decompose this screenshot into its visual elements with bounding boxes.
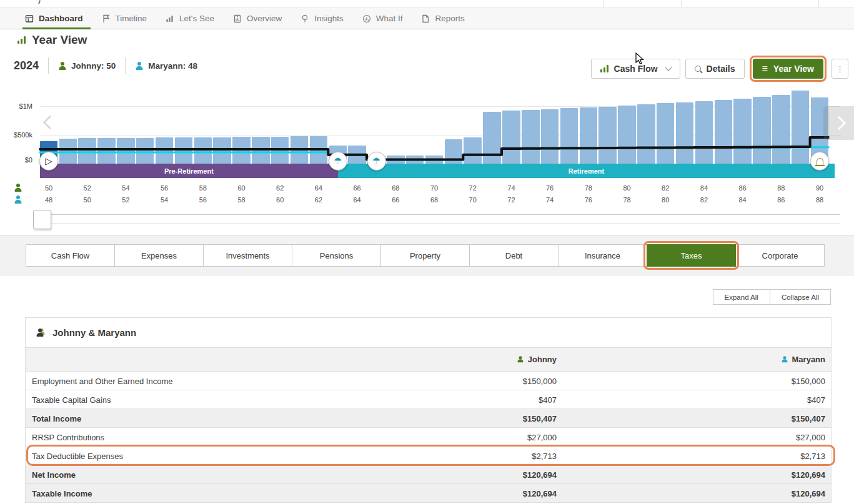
section-tab-insurance[interactable]: Insurance <box>558 244 647 267</box>
maryann-value: $150,407 <box>26 413 825 423</box>
page-title-row: Year View <box>0 29 854 50</box>
chart-bar[interactable] <box>695 101 713 164</box>
chart-bar[interactable] <box>271 137 289 164</box>
slider-track[interactable] <box>51 214 840 224</box>
chart-bar[interactable] <box>156 137 174 164</box>
chart-bar[interactable] <box>657 103 675 164</box>
age-label: 74 <box>546 196 554 204</box>
nav-tab-let-s-see[interactable]: Let's See <box>166 8 214 29</box>
section-tab-label: Taxes <box>681 251 702 260</box>
cash-flow-dropdown-button[interactable]: Cash Flow <box>591 59 680 79</box>
chart-bar[interactable] <box>387 156 405 164</box>
chart-bar[interactable] <box>232 137 251 164</box>
play-marker[interactable] <box>39 152 58 170</box>
chart-bar[interactable] <box>406 156 424 164</box>
chart-bar[interactable] <box>637 104 655 164</box>
chart-bar[interactable] <box>733 99 752 164</box>
table-row-net-income[interactable]: Net Income $120,694 $120,694 <box>26 465 831 484</box>
chart-bar[interactable] <box>97 138 116 164</box>
section-tab-expenses[interactable]: Expenses <box>114 244 204 267</box>
nav-tab-timeline[interactable]: Timeline <box>102 8 147 29</box>
section-tab-corporate[interactable]: Corporate <box>735 244 825 267</box>
y-axis-tick-label: $1M <box>0 102 32 110</box>
table-row-taxable-capital-gains[interactable]: Taxable Capital Gains $407 $407 <box>26 390 831 409</box>
age-label: 74 <box>507 184 515 192</box>
chart-bar[interactable] <box>580 107 598 164</box>
chart-bar[interactable] <box>78 138 96 164</box>
chart-bar[interactable] <box>194 137 212 164</box>
chart-bar[interactable] <box>59 139 77 164</box>
age-label: 76 <box>546 184 554 192</box>
chart-bar[interactable] <box>522 110 540 164</box>
section-tab-label: Corporate <box>762 251 798 260</box>
age-label: 72 <box>507 196 515 204</box>
chart-bar[interactable] <box>772 95 790 164</box>
section-tab-property[interactable]: Property <box>380 244 470 267</box>
chart-bar[interactable] <box>348 146 366 164</box>
section-tab-label: Property <box>410 251 440 260</box>
table-column-headers: Johnny Maryann <box>26 348 831 372</box>
chart-bar[interactable] <box>425 156 444 164</box>
tombstone-marker[interactable] <box>810 152 829 170</box>
chart-bar[interactable] <box>541 109 559 164</box>
chart-bar[interactable] <box>136 138 154 164</box>
nav-tab-overview[interactable]: Overview <box>233 8 282 29</box>
section-tab-cash-flow[interactable]: Cash Flow <box>26 244 115 267</box>
table-row-rrsp-contributions[interactable]: RRSP Contributions $27,000 $27,000 <box>26 428 831 447</box>
table-row-total-income[interactable]: Total Income $150,407 $150,407 <box>26 409 831 428</box>
chart-bar[interactable] <box>290 136 309 164</box>
chart-bar[interactable] <box>792 91 810 164</box>
age-label: 80 <box>662 196 669 204</box>
person-icon <box>14 195 22 204</box>
main-nav: DashboardTimelineLet's SeeOverviewInsigh… <box>0 7 854 29</box>
chart-bar[interactable] <box>676 102 694 164</box>
chart-bar[interactable] <box>715 100 733 164</box>
nav-tab-dashboard[interactable]: Dashboard <box>25 8 83 29</box>
chart-view-buttons: Cash Flow Details Year View <box>591 56 848 82</box>
chart-scroll-right-button[interactable] <box>823 106 854 140</box>
umbrella-marker[interactable] <box>329 152 347 170</box>
year-view-button[interactable]: Year View <box>753 59 823 79</box>
maryann-value: $150,000 <box>26 376 825 385</box>
cash-flow-label: Cash Flow <box>614 64 658 74</box>
chart-bar[interactable] <box>753 97 771 164</box>
details-button[interactable]: Details <box>685 59 745 79</box>
nav-tab-insights[interactable]: Insights <box>300 8 344 29</box>
chart-bar[interactable] <box>502 111 520 164</box>
chart-bar[interactable] <box>252 137 270 164</box>
cashflow-chart: $0$500k$1M Pre-Retirement Retirement <box>0 81 854 182</box>
expand-all-button[interactable]: Expand All <box>713 289 770 305</box>
nav-tab-what-if[interactable]: What If <box>362 8 403 29</box>
age-label: 62 <box>315 196 322 204</box>
age-label: 84 <box>700 184 708 192</box>
chart-bar[interactable] <box>117 138 135 164</box>
slider-handle[interactable] <box>33 210 51 229</box>
section-tabs-strip: Cash Flow Expenses Investments Pensions … <box>0 235 854 275</box>
divider <box>125 57 126 74</box>
chart-bar[interactable] <box>175 137 193 164</box>
section-tab-debt[interactable]: Debt <box>469 244 559 267</box>
table-row-tax-deductible-expenses[interactable]: Tax Deductible Expenses $2,713 $2,713 <box>26 447 831 465</box>
age-label: 50 <box>84 196 91 204</box>
nav-tab-reports[interactable]: Reports <box>421 8 464 29</box>
umbrella-marker[interactable] <box>367 152 386 170</box>
chart-bar[interactable] <box>483 112 501 164</box>
chart-bar[interactable] <box>618 106 636 164</box>
y-axis-tick-label: $500k <box>0 131 32 139</box>
section-tab-pensions[interactable]: Pensions <box>292 244 381 267</box>
table-row-employment-and-other-earned-income[interactable]: Employment and Other Earned Income $150,… <box>26 372 831 390</box>
more-options-button[interactable] <box>832 59 848 79</box>
chart-bar[interactable] <box>598 107 617 164</box>
chart-bar[interactable] <box>445 139 463 164</box>
collapse-all-button[interactable]: Collapse All <box>770 289 831 305</box>
chart-bar[interactable] <box>560 108 578 164</box>
chart-bar[interactable] <box>464 137 482 164</box>
chart-scroll-left-chevron-icon[interactable] <box>43 116 57 130</box>
age-label: 60 <box>237 184 245 192</box>
section-tab-taxes[interactable]: Taxes <box>647 244 736 267</box>
year-view-label: Year View <box>773 64 814 74</box>
chart-bar[interactable] <box>310 136 328 164</box>
section-tab-investments[interactable]: Investments <box>203 244 292 267</box>
table-row-taxable-income[interactable]: Taxable Income $120,694 $120,694 <box>26 484 831 503</box>
chart-bar[interactable] <box>213 137 231 164</box>
